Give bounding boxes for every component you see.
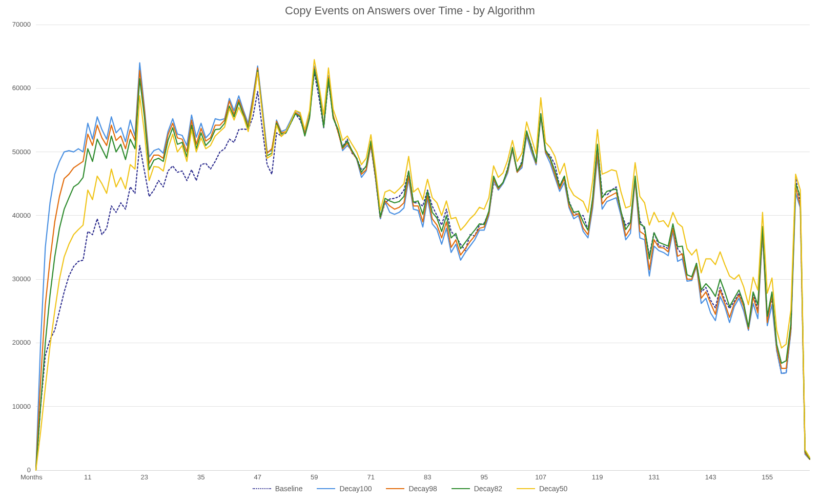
legend-label: Decay100 xyxy=(339,485,372,493)
x-tick-label: 107 xyxy=(535,473,546,481)
legend-label: Decay98 xyxy=(408,485,437,493)
legend-swatch xyxy=(253,488,271,489)
x-tick-label: 59 xyxy=(311,473,318,481)
series-Decay50 xyxy=(36,59,810,470)
legend-item-Decay82: Decay82 xyxy=(452,485,502,493)
x-tick-label: 143 xyxy=(705,473,716,481)
legend-swatch xyxy=(386,488,404,489)
legend: BaselineDecay100Decay98Decay82Decay50 xyxy=(0,482,820,493)
y-tick-label: 70000 xyxy=(12,20,31,28)
legend-item-Decay50: Decay50 xyxy=(517,485,567,493)
x-tick-label: 155 xyxy=(762,473,773,481)
y-tick-label: 50000 xyxy=(12,148,31,156)
x-tick-label: 11 xyxy=(84,473,91,481)
y-tick-label: 40000 xyxy=(12,212,31,219)
x-axis-title: Months xyxy=(20,473,43,481)
chart-svg: 0100002000030000400005000060000700001123… xyxy=(0,0,820,504)
series-Decay98 xyxy=(36,68,810,471)
x-tick-label: 47 xyxy=(254,473,261,481)
legend-swatch xyxy=(317,488,335,489)
legend-swatch xyxy=(452,488,470,489)
x-tick-label: 23 xyxy=(141,473,148,481)
legend-item-Baseline: Baseline xyxy=(253,485,303,493)
series-Decay82 xyxy=(36,69,810,470)
x-tick-label: 35 xyxy=(197,473,204,481)
legend-item-Decay98: Decay98 xyxy=(386,485,437,493)
legend-label: Baseline xyxy=(275,485,303,493)
legend-label: Decay82 xyxy=(474,485,502,493)
series-Decay100 xyxy=(36,63,810,470)
y-tick-label: 0 xyxy=(27,466,31,474)
legend-swatch xyxy=(517,488,535,489)
x-tick-label: 95 xyxy=(480,473,487,481)
chart-container: Copy Events on Answers over Time - by Al… xyxy=(0,0,820,504)
x-tick-label: 131 xyxy=(648,473,660,481)
legend-item-Decay100: Decay100 xyxy=(317,485,372,493)
x-tick-label: 71 xyxy=(367,473,374,481)
x-tick-label: 83 xyxy=(424,473,431,481)
y-tick-label: 10000 xyxy=(12,403,31,410)
legend-label: Decay50 xyxy=(539,485,567,493)
y-tick-label: 20000 xyxy=(12,339,31,346)
y-tick-label: 60000 xyxy=(12,84,31,92)
x-tick-label: 119 xyxy=(592,473,603,481)
y-tick-label: 30000 xyxy=(12,275,31,283)
